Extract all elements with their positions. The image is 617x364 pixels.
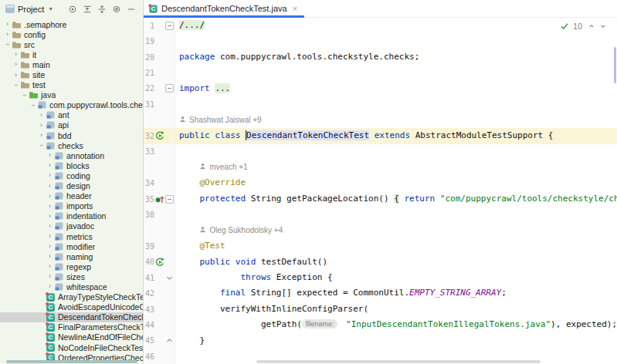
chevron-collapsed-icon[interactable]: › [37, 132, 46, 139]
chevron-collapsed-icon[interactable]: › [46, 273, 54, 280]
tree-item-label: src [24, 40, 35, 49]
chevron-expanded-icon[interactable]: › [29, 101, 36, 110]
chevron-collapsed-icon[interactable]: › [46, 243, 54, 250]
fold-column [165, 69, 174, 77]
gutter-icon-slot [154, 52, 165, 62]
gutter: 40 [144, 254, 175, 270]
fold-marker-icon[interactable] [165, 274, 174, 282]
chevron-collapsed-icon[interactable]: › [3, 31, 12, 38]
tree-item-test[interactable]: ›test [0, 80, 143, 90]
chevron-collapsed-icon[interactable]: › [46, 172, 54, 179]
select-opened-file-icon[interactable] [67, 4, 78, 15]
tree-item-naming[interactable]: ›naming [0, 251, 143, 261]
horizontal-scrollbar-thumb[interactable] [256, 360, 541, 363]
gutter-icon-slot [154, 20, 165, 31]
tree-item-descendanttokenchecktest[interactable]: CDescendantTokenCheckTest [0, 312, 143, 322]
code-line-45: 45 } [144, 333, 617, 349]
gutter-icon-slot [154, 241, 165, 251]
tree-item-newlineatendoffilechecktest[interactable]: CNewlineAtEndOfFileCheckTest [0, 332, 143, 342]
tree-item-site[interactable]: ›site [0, 69, 143, 79]
tree-item-config[interactable]: ›config [0, 29, 143, 39]
tree-item-label: bdd [58, 131, 72, 140]
tree-item-avoidescapedunicodecharactersche[interactable]: CAvoidEscapedUnicodeCharactersChe [0, 302, 143, 312]
chevron-collapsed-icon[interactable]: › [46, 213, 54, 220]
line-number: 43 [145, 305, 154, 314]
chevron-collapsed-icon[interactable]: › [37, 112, 46, 119]
hide-icon[interactable] [126, 4, 137, 15]
tree-item-whitespace[interactable]: ›whitespace [0, 281, 143, 292]
vertical-scrollbar-thumb[interactable] [614, 47, 616, 83]
project-panel-title[interactable]: Project [18, 5, 44, 14]
tree-item-it[interactable]: ›it [0, 49, 143, 59]
tree-item-annotation[interactable]: ›annotation [0, 150, 143, 160]
tree-item-imports[interactable]: ›imports [0, 201, 143, 211]
tree-item-coding[interactable]: ›coding [0, 170, 143, 180]
fold-marker-icon[interactable] [165, 336, 174, 345]
override-method-icon[interactable] [154, 194, 165, 204]
chevron-down-icon[interactable]: ▼ [48, 6, 53, 12]
tree-item--semaphore[interactable]: ›.semaphore [0, 19, 143, 29]
chevron-collapsed-icon[interactable]: › [12, 51, 20, 58]
inspections-widget[interactable]: 10 [560, 22, 606, 31]
tree-item-javadoc[interactable]: ›javadoc [0, 221, 143, 231]
chevron-collapsed-icon[interactable]: › [46, 253, 54, 260]
tree-item-api[interactable]: ›api [0, 120, 143, 130]
chevron-down-icon[interactable] [600, 23, 606, 29]
author-inlay[interactable]: mveach +1 [199, 160, 247, 175]
chevron-collapsed-icon[interactable]: › [46, 203, 54, 210]
tree-item-blocks[interactable]: ›blocks [0, 160, 143, 170]
gutter-icon-slot [154, 304, 165, 315]
tree-item-header[interactable]: ›header [0, 191, 143, 201]
tree-item-com-puppycrawl-tools-checkstyle[interactable]: ›com.puppycrawl.tools.checkstyle [0, 100, 143, 110]
chevron-collapsed-icon[interactable]: › [37, 122, 46, 129]
chevron-collapsed-icon[interactable]: › [46, 223, 54, 230]
tree-item-arraytypestylechecktest[interactable]: CArrayTypeStyleCheckTest [0, 292, 143, 302]
chevron-collapsed-icon[interactable]: › [12, 61, 20, 68]
tree-item-indentation[interactable]: ›indentation [0, 211, 143, 221]
tree-item-ant[interactable]: ›ant [0, 110, 143, 120]
tree-item-modifier[interactable]: ›modifier [0, 241, 143, 251]
tree-item-design[interactable]: ›design [0, 181, 143, 191]
tree-item-bdd[interactable]: ›bdd [0, 130, 143, 140]
tree-item-finalparameterschecktest[interactable]: CFinalParametersCheckTest [0, 322, 143, 332]
settings-icon[interactable] [111, 4, 122, 15]
run-test-icon[interactable] [154, 257, 165, 268]
tree-item-label: it [32, 50, 36, 59]
tree-item-java[interactable]: ›java [0, 90, 143, 100]
run-test-icon[interactable] [154, 130, 165, 141]
line-number: 34 [145, 179, 154, 187]
tree-item-metrics[interactable]: ›metrics [0, 231, 143, 241]
chevron-collapsed-icon[interactable]: › [46, 152, 54, 159]
author-inlay[interactable]: Oleg Sukhodolsky +4 [199, 223, 283, 238]
tree-item-main[interactable]: ›main [0, 59, 143, 69]
author-inlay[interactable]: Shashwat Jaiswal +9 [179, 113, 262, 128]
chevron-collapsed-icon[interactable]: › [12, 72, 20, 79]
fold-marker-icon[interactable] [165, 195, 174, 204]
fold-marker-icon[interactable] [165, 22, 174, 30]
chevron-collapsed-icon[interactable]: › [3, 21, 12, 28]
tab-descendanttokenchecktest[interactable]: C DescendantTokenCheckTest.java × [144, 0, 304, 17]
project-tree-horizontal-scrollbar[interactable] [6, 360, 137, 363]
tree-item-label: AvoidEscapedUnicodeCharactersChe [58, 302, 143, 312]
tree-item-sizes[interactable]: ›sizes [0, 271, 143, 281]
chevron-collapsed-icon[interactable]: › [46, 283, 54, 290]
chevron-expanded-icon[interactable]: › [38, 141, 45, 150]
chevron-collapsed-icon[interactable]: › [46, 263, 54, 270]
chevron-expanded-icon[interactable]: › [4, 40, 11, 49]
tree-item-src[interactable]: ›src [0, 39, 143, 49]
collapse-all-icon[interactable] [82, 4, 93, 15]
chevron-collapsed-icon[interactable]: › [46, 193, 54, 200]
chevron-expanded-icon[interactable]: › [21, 91, 28, 99]
chevron-up-icon[interactable] [588, 23, 595, 29]
chevron-expanded-icon[interactable]: › [12, 81, 19, 89]
close-icon[interactable]: × [293, 4, 297, 13]
tree-item-nocodeinfilechecktest[interactable]: CNoCodeInFileCheckTest [0, 342, 143, 352]
tree-item-checks[interactable]: ›checks [0, 140, 143, 150]
tree-item-regexp[interactable]: ›regexp [0, 261, 143, 271]
gutter: 39 [144, 238, 175, 254]
expand-all-icon[interactable] [97, 4, 107, 15]
chevron-collapsed-icon[interactable]: › [46, 183, 54, 190]
chevron-collapsed-icon[interactable]: › [46, 162, 54, 169]
chevron-collapsed-icon[interactable]: › [46, 233, 54, 240]
fold-marker-icon[interactable] [165, 84, 174, 93]
